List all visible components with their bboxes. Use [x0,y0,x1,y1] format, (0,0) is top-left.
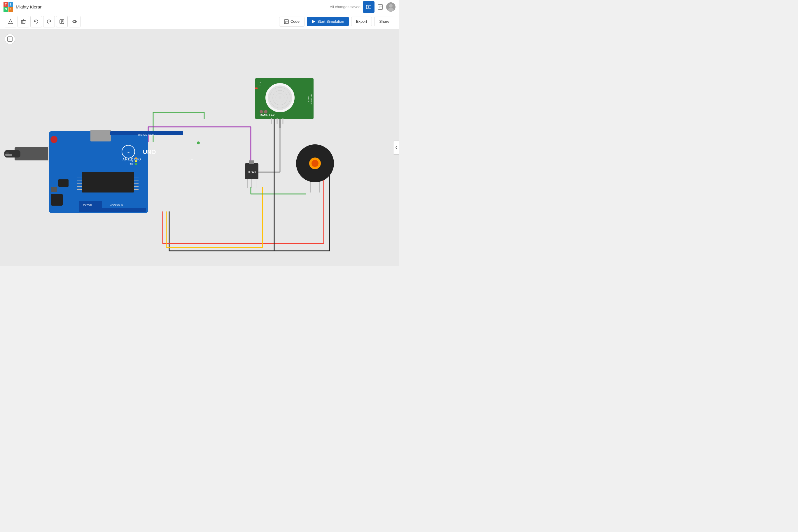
svg-rect-69 [135,160,137,162]
svg-rect-34 [5,154,12,156]
svg-text:Rev B: Rev B [307,96,309,102]
header: T I N K Mighty Kieran All changes saved [0,0,399,14]
svg-text:ANALOG IN: ANALOG IN [110,204,123,206]
svg-text:ON: ON [190,158,194,161]
export-label: Export [356,19,367,24]
svg-point-7 [389,4,393,7]
arduino-uno[interactable]: ∞ UNO ARDUINO ON POWER ANALOG IN DIGITAL… [49,130,200,213]
toolbar-right: 27 Code Start Simulation Export Share [279,17,394,26]
start-simulation-btn[interactable]: Start Simulation [307,17,349,26]
share-btn[interactable]: Share [374,17,394,26]
logo-t: T [3,2,8,7]
svg-text:TX: TX [130,160,133,162]
collapse-panel-handle[interactable] [393,140,399,155]
svg-point-19 [74,21,76,22]
buzzer[interactable]: + [296,145,334,192]
code-view-btn[interactable] [375,1,386,13]
svg-text:PARALLAX: PARALLAX [261,114,274,117]
svg-point-81 [279,96,282,99]
logo-i: I [8,2,13,7]
svg-text:∞: ∞ [127,150,130,154]
redo-btn[interactable] [43,16,55,27]
svg-text:-: - [260,84,261,87]
save-status: All changes saved [329,5,361,9]
circuit-view-btn[interactable] [363,1,375,13]
project-title: Mighty Kieran [16,4,43,10]
view-btn[interactable] [69,16,80,27]
share-label: Share [379,19,390,24]
svg-rect-70 [135,163,137,165]
code-btn[interactable]: 27 Code [279,17,304,26]
svg-text:POWER: POWER [83,204,92,206]
svg-point-39 [51,136,57,143]
svg-text:UNO: UNO [143,149,156,155]
svg-point-38 [197,141,200,145]
logo-n: N [3,7,8,12]
user-avatar[interactable] [386,2,396,12]
svg-text:DIGITAL (PWM~): DIGITAL (PWM~) [138,134,156,136]
svg-rect-64 [79,208,146,212]
tip120-transistor[interactable]: TIP120 [245,160,259,188]
svg-rect-73 [135,157,137,159]
svg-rect-43 [58,179,69,187]
svg-rect-40 [90,130,111,141]
delete-btn[interactable] [18,16,29,27]
svg-rect-95 [249,160,254,164]
svg-marker-9 [8,20,13,24]
svg-rect-45 [82,172,134,192]
canvas-area[interactable]: ∞ UNO ARDUINO ON POWER ANALOG IN DIGITAL… [0,29,399,266]
svg-text:L: L [132,157,133,159]
tinkercad-logo: T I N K [3,2,13,12]
svg-marker-22 [312,20,315,23]
svg-text:PIR Sensor: PIR Sensor [310,94,312,104]
svg-rect-10 [22,20,25,24]
code-btn-label: Code [290,19,300,24]
toolbar: 27 Code Start Simulation Export Share [0,14,399,29]
svg-rect-44 [51,187,57,192]
fit-to-screen-btn[interactable] [5,34,15,44]
svg-point-88 [260,110,263,113]
circuit-diagram: ∞ UNO ARDUINO ON POWER ANALOG IN DIGITAL… [0,29,399,266]
svg-text:S: S [260,81,261,84]
start-simulation-label: Start Simulation [317,19,344,24]
svg-rect-93 [255,88,258,89]
svg-point-89 [264,110,267,113]
shape-tool-btn[interactable] [5,16,16,27]
pir-sensor[interactable]: S - - PARALLAX PIR Sensor Rev B [255,78,314,124]
svg-point-102 [311,160,319,167]
svg-text:TIP120: TIP120 [247,170,256,173]
notes-btn[interactable] [56,16,68,27]
svg-text:RX: RX [130,163,133,165]
export-btn[interactable]: Export [351,17,372,26]
undo-btn[interactable] [30,16,42,27]
svg-rect-42 [51,194,63,206]
svg-point-8 [388,8,394,12]
logo-k: K [8,7,13,12]
svg-text:+: + [309,146,311,149]
svg-text:-: - [260,88,261,91]
svg-text:27: 27 [285,21,288,23]
